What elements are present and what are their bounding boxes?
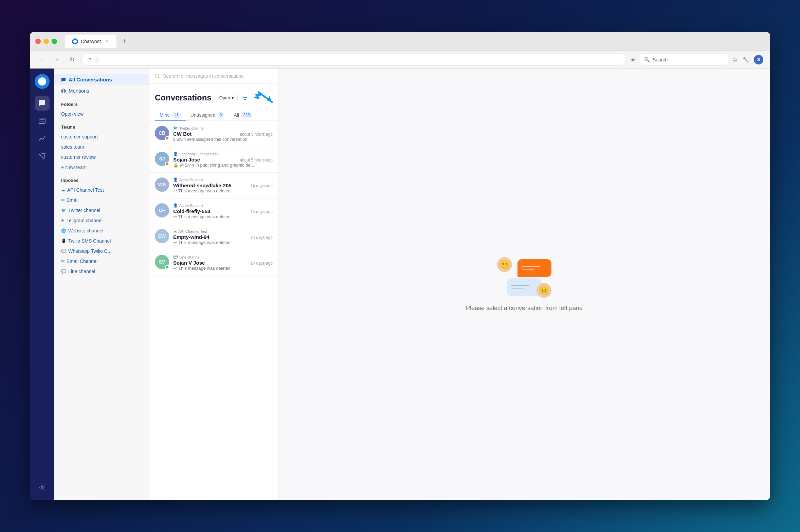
inbox-item-whatsapp[interactable]: 💬 Whatsapp Twilio C... — [54, 246, 149, 256]
search-placeholder: Search for messages in conversations — [163, 73, 243, 79]
new-team-label: + New team — [61, 165, 87, 170]
conversation-list: CB 🐦 Twitter channel CW Bot about 5 hour… — [149, 121, 278, 500]
inbox-item-api[interactable]: ☁ API Channel Test — [54, 185, 149, 195]
svg-point-5 — [62, 90, 65, 92]
page-icon: 📄 — [94, 57, 100, 62]
inbox-label-twitter: Twitter channel — [68, 208, 100, 213]
inbox-icon-twitter: 🐦 — [61, 208, 66, 213]
sidebar-icon-campaigns[interactable] — [35, 149, 50, 164]
sidebar-icon-contacts[interactable] — [35, 113, 50, 128]
channel-name: Line channel — [179, 255, 200, 259]
wrench-icon[interactable]: 🔧 — [742, 56, 749, 63]
team-item-customer-support[interactable]: customer support — [54, 132, 149, 142]
facebook-channel-icon: 👤 — [173, 152, 178, 156]
address-icons: 🛡 📄 — [87, 57, 100, 62]
star-icon[interactable]: ★ — [630, 56, 636, 63]
conversation-time: about 5 hours ago — [240, 158, 273, 163]
close-button[interactable] — [35, 39, 41, 44]
preview-icon: ↩ — [173, 266, 177, 271]
inbox-item-twitter[interactable]: 🐦 Twitter channel — [54, 205, 149, 215]
conversations-title: Conversations — [155, 93, 212, 102]
team-item-customer-review[interactable]: customer review — [54, 152, 149, 162]
profile-icon[interactable]: S — [754, 55, 763, 64]
inbox-icon-telegram: ✈ — [61, 218, 65, 223]
all-conversations-label: All Conversations — [69, 77, 112, 82]
team-item-sales-team[interactable]: sales team — [54, 142, 149, 152]
conversation-content: ☁ API Channel Test Empty-wind-94 14 days… — [173, 229, 273, 245]
minimize-button[interactable] — [43, 39, 49, 44]
list-item[interactable]: EW ☁ API Channel Test Empty-wind-94 14 d… — [149, 224, 278, 250]
inbox-item-line[interactable]: 💬 Line channel — [54, 266, 149, 277]
sidebar-icon-conversations[interactable] — [35, 96, 50, 111]
app-logo[interactable] — [35, 74, 50, 89]
conversations-header: Conversations Open ▾ — [149, 84, 278, 107]
inbox-icon-email: ✉ — [61, 198, 65, 203]
channel-info: ☁ API Channel Test — [173, 229, 273, 233]
inbox-item-email[interactable]: ✉ Email — [54, 195, 149, 205]
tab-close-button[interactable]: × — [104, 38, 110, 44]
address-bar[interactable]: 🛡 📄 — [81, 54, 626, 66]
channel-name: API Channel Test — [178, 229, 207, 233]
tab-all[interactable]: All 338 — [229, 110, 257, 121]
tab-favicon — [72, 38, 78, 44]
inbox-item-website[interactable]: 🌐 Website channel — [54, 226, 149, 236]
list-item[interactable]: SJ 👤 Facebook Channel test Sojan Jose ab… — [149, 147, 278, 173]
conversation-content: 💬 Line channel Sojan V Jose 14 days ago … — [173, 255, 273, 271]
back-button[interactable]: ‹ — [37, 54, 48, 65]
conversation-preview: ↩ This message was deleted — [173, 188, 273, 193]
list-item[interactable]: CB 🐦 Twitter channel CW Bot about 5 hour… — [149, 121, 278, 147]
conversation-time: 14 days ago — [251, 184, 273, 188]
new-team-button[interactable]: + New team — [54, 162, 149, 172]
avatar-initials: EW — [158, 233, 166, 239]
inbox-label-telegram: Teligram channel — [67, 218, 103, 223]
name-row: CW Bot about 5 hours ago — [173, 131, 273, 137]
maximize-button[interactable] — [52, 39, 57, 44]
tab-all-label: All — [234, 112, 239, 118]
avatar: SJ — [155, 152, 169, 166]
inbox-label-email: Email — [67, 197, 78, 203]
preview-icon: ↩ — [173, 188, 177, 193]
browser-toolbar: ‹ › ↻ 🛡 📄 ★ 🔍 Search 🗂 🔧 S — [30, 51, 770, 69]
browser-search-bar[interactable]: 🔍 Search — [640, 54, 728, 66]
active-tab[interactable]: Chatwoot × — [65, 35, 116, 48]
mentions-nav-item[interactable]: Mentions — [54, 85, 149, 96]
list-item[interactable]: WS 👤 Acme Support Withered-snowflake-205… — [149, 173, 278, 198]
inbox-item-telegram[interactable]: ✈ Teligram channel — [54, 215, 149, 226]
preview-icon: ↩ — [173, 240, 177, 245]
team-label-customer-support: customer support — [61, 134, 98, 139]
status-dropdown[interactable]: Open ▾ — [216, 94, 238, 102]
list-item[interactable]: SV 💬 Line channel Sojan V Jose 14 days a… — [149, 250, 278, 276]
inbox-label-whatsapp: Whatsapp Twilio C... — [68, 248, 111, 254]
all-conversations-nav-item[interactable]: All Conversations — [54, 74, 149, 85]
inbox-item-email-channel[interactable]: ✉ Email Channel — [54, 256, 149, 266]
pocket-icon[interactable]: 🗂 — [732, 57, 738, 63]
tab-unassigned[interactable]: Unassigned 8 — [186, 110, 229, 121]
name-row: Cold-firefly-553 14 days ago — [173, 208, 273, 214]
tab-bar: Chatwoot × + — [65, 35, 130, 48]
new-tab-button[interactable]: + — [119, 36, 130, 47]
empty-state: 😐 😐 Please select a conversation from le… — [466, 257, 583, 312]
tab-mine[interactable]: Mine 11 — [155, 110, 186, 121]
conversation-content: 👤 Acme Support Cold-firefly-553 14 days … — [173, 203, 273, 219]
avatar-initials: CB — [159, 130, 165, 136]
preview-text: @Sivin In publishing and graphic de... — [180, 163, 254, 168]
list-item[interactable]: CF 👤 Acme Support Cold-firefly-553 14 da… — [149, 198, 278, 224]
folders-header: Folders — [54, 96, 149, 109]
name-row: Withered-snowflake-205 14 days ago — [173, 183, 273, 188]
sidebar-icon-settings[interactable] — [35, 480, 50, 495]
inbox-item-twilio-sms[interactable]: 📱 Twilio SMS Channel — [54, 236, 149, 246]
forward-button[interactable]: › — [52, 54, 62, 65]
tab-label: Chatwoot — [81, 39, 101, 44]
conversation-search[interactable]: Search for messages in conversations — [149, 69, 278, 84]
sidebar-icon-reports[interactable] — [35, 131, 50, 146]
conversation-name: Empty-wind-94 — [173, 234, 210, 240]
preview-text: This message was deleted — [178, 214, 231, 219]
filter-button[interactable] — [242, 92, 248, 103]
conversation-preview: ↩ This message was deleted — [173, 266, 273, 271]
conversation-content: 👤 Acme Support Withered-snowflake-205 14… — [173, 177, 273, 193]
reload-button[interactable]: ↻ — [67, 54, 77, 65]
bubble-line — [522, 269, 534, 270]
open-view-item[interactable]: Open view — [54, 109, 149, 119]
team-label-customer-review: customer review — [61, 154, 96, 160]
avatar-status-busy — [165, 136, 169, 140]
